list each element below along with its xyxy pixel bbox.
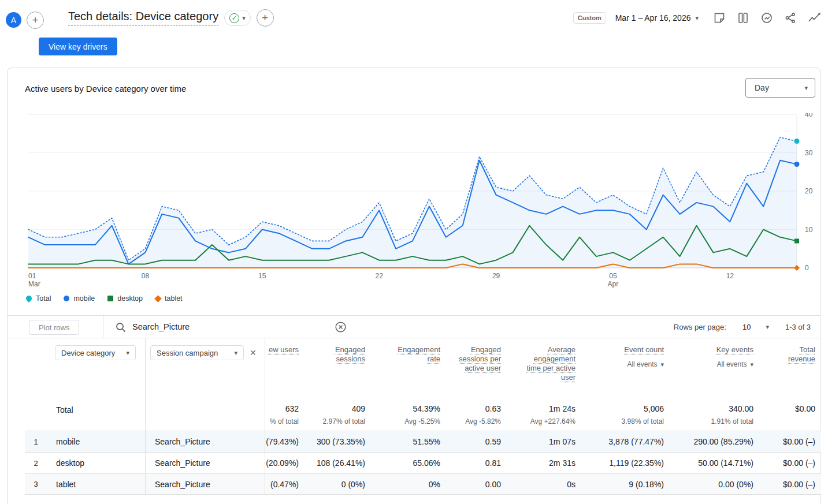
mobile-marker-icon [64,296,69,301]
new-users-value: (20.09%) [265,453,305,473]
chevron-down-icon: ▾ [695,15,699,21]
session-campaign-picker[interactable]: Session campaign▾ [150,345,244,360]
device-category-picker[interactable]: Device category▾ [55,345,136,360]
desktop-marker-icon [107,296,113,301]
event-count-value: 1,119 (22.35%) [581,453,670,473]
chevron-down-icon: ▾ [242,15,246,21]
empty-header-cell [25,338,47,396]
column-header-avg-engagement-time: Average engagement time per active user [507,338,581,396]
report-card: Active users by Device category over tim… [7,68,820,504]
total-revenue-value: $0.00 (–) [759,453,821,473]
new-users-value: (0.47%) [265,474,305,494]
chevron-down-icon: ▾ [804,85,808,91]
key-events-selector[interactable]: All events▾ [716,360,753,369]
column-header-engagement-rate: Engagement rate [371,338,446,396]
svg-text:10: 10 [805,226,813,234]
total-avg-engagement-time: 1m 24sAvg +227.64% [507,396,581,431]
total-engaged-sessions: 4092.97% of total [305,396,371,431]
svg-text:0: 0 [805,264,809,272]
engaged-per-user-value: 0.00 [446,474,507,494]
check-circle-icon: ✓ [229,13,239,23]
key-events-value: 50.00 (14.71%) [670,453,759,473]
column-header-engaged-sessions: Engaged sessions [305,338,371,396]
svg-text:22: 22 [375,272,383,280]
key-events-value: 290.00 (85.29%) [670,431,759,452]
total-marker-icon [25,294,33,303]
page-title[interactable]: Tech details: Device category [68,10,218,26]
total-event-count: 5,0063.98% of total [581,396,670,431]
device-value: mobile [47,431,145,452]
svg-text:40: 40 [805,113,813,118]
engagement-rate-value: 65.06% [371,453,446,473]
svg-text:29: 29 [492,272,500,280]
svg-text:05: 05 [609,272,617,280]
chevron-down-icon: ▾ [766,324,769,330]
table-row[interactable]: 1 mobile Search_Picture (79.43%) 300 (73… [25,431,821,452]
column-header-key-events: Key events All events▾ [670,338,759,396]
chevron-down-icon: ▾ [660,361,664,368]
interval-value: Day [755,83,769,92]
device-value: tablet [47,474,145,494]
intelligence-icon[interactable] [807,11,822,25]
pagination-status: 1-3 of 3 [785,323,811,331]
title-group: Tech details: Device category ✓ ▾ + [68,9,274,27]
row-index: 2 [25,453,47,473]
engaged-sessions-value: 108 (26.41%) [305,453,371,473]
date-range-picker[interactable]: Mar 1 – Apr 16, 2026 ▾ [615,13,699,23]
toolbar-icons [712,11,822,25]
legend-item-mobile: mobile [64,294,95,303]
table-header-row: Device category▾ Session campaign▾ ✕ ew … [25,338,821,396]
engagement-rate-value: 0% [371,474,446,494]
svg-text:08: 08 [142,272,150,280]
svg-text:12: 12 [726,272,734,280]
remove-dimension-icon[interactable]: ✕ [250,348,257,357]
add-report-button[interactable]: + [27,12,44,29]
search-icon [115,322,127,335]
engaged-sessions-value: 0 (0%) [305,474,371,494]
avatar[interactable]: A [6,12,21,28]
rows-per-page-select[interactable]: 10 ▾ [742,323,769,331]
chevron-down-icon: ▾ [234,350,237,356]
table-row[interactable]: 2 desktop Search_Picture (20.09%) 108 (2… [25,452,821,473]
svg-text:15: 15 [258,272,266,280]
date-range-label: Mar 1 – Apr 16, 2026 [615,13,691,23]
search-input[interactable] [132,319,323,334]
avg-engagement-time-value: 1m 07s [507,431,581,452]
tablet-marker-icon [154,295,162,303]
plot-rows-button[interactable]: Plot rows [29,320,79,335]
legend-item-total: Total [26,294,51,303]
clear-search-icon[interactable] [335,321,347,335]
event-count-value: 3,878 (77.47%) [581,431,670,452]
total-engagement-rate: 54.39%Avg -5.25% [371,396,446,431]
key-events-value: 0.00 (0%) [670,474,759,494]
legend-item-desktop: desktop [107,294,143,303]
event-count-value: 9 (0.18%) [581,474,670,494]
timeseries-chart: 01020304001Mar0815222905Apr12 [25,113,821,292]
insights-circle-icon[interactable] [760,11,774,25]
engagement-rate-value: 51.55% [371,431,446,452]
campaign-value: Search_Picture [145,453,265,473]
add-card-button[interactable]: + [257,9,274,27]
campaign-value: Search_Picture [145,431,265,452]
interval-dropdown[interactable]: Day ▾ [745,78,815,98]
top-bar-right: Custom Mar 1 – Apr 16, 2026 ▾ [573,0,822,36]
svg-text:20: 20 [805,187,813,195]
ga4-report-page: A + Tech details: Device category ✓ ▾ + … [0,0,828,504]
engaged-per-user-value: 0.59 [446,431,507,452]
svg-text:Apr: Apr [608,280,619,288]
row-index: 3 [25,474,47,494]
empty-campaign-cell [145,396,265,431]
new-users-value: (79.43%) [265,431,305,452]
view-key-drivers-button[interactable]: View key drivers [39,38,117,55]
ab-compare-icon[interactable] [736,11,750,25]
dimension-cell: Device category▾ [47,338,145,396]
row-index: 1 [25,431,47,452]
campaign-value: Search_Picture [145,474,265,494]
event-count-selector[interactable]: All events▾ [627,360,664,369]
rows-per-page-label: Rows per page: [674,323,726,331]
approval-status-dropdown[interactable]: ✓ ▾ [224,10,251,26]
share-icon[interactable] [784,11,797,25]
add-note-icon[interactable] [712,11,726,25]
column-header-event-count: Event count All events▾ [581,338,670,396]
table-row[interactable]: 3 tablet Search_Picture (0.47%) 0 (0%) 0… [25,473,821,495]
